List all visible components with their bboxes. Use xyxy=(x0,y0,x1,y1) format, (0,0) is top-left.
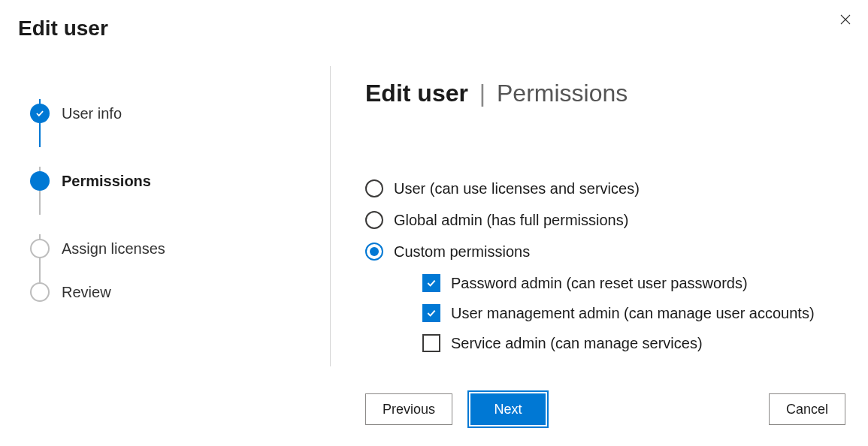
radio-icon-selected xyxy=(365,243,383,261)
radio-icon xyxy=(365,211,383,229)
heading-context: Edit user xyxy=(365,80,468,107)
checkmark-icon xyxy=(425,277,437,289)
previous-button[interactable]: Previous xyxy=(365,393,452,425)
checkbox-label: Service admin (can manage services) xyxy=(451,335,703,352)
step-label: Permissions xyxy=(62,173,151,190)
page-heading: Edit user | Permissions xyxy=(365,80,868,107)
wizard-footer: Previous Next Cancel xyxy=(365,393,845,425)
step-label: Review xyxy=(62,284,111,301)
checkbox-icon-checked xyxy=(422,304,440,322)
heading-separator: | xyxy=(479,80,485,107)
heading-page: Permissions xyxy=(497,80,628,107)
step-review[interactable]: Review xyxy=(30,282,330,302)
step-label: Assign licenses xyxy=(62,240,165,258)
close-button[interactable] xyxy=(833,8,857,32)
step-assign-licenses[interactable]: Assign licenses xyxy=(30,215,330,282)
radio-global-admin[interactable]: Global admin (has full permissions) xyxy=(365,211,868,229)
wizard-stepper: User info Permissions Assign licenses Re… xyxy=(0,66,331,366)
cancel-button[interactable]: Cancel xyxy=(769,393,845,425)
radio-label: User (can use licenses and services) xyxy=(394,180,640,197)
next-button[interactable]: Next xyxy=(470,393,546,425)
dialog-title: Edit user xyxy=(0,0,868,41)
radio-user[interactable]: User (can use licenses and services) xyxy=(365,179,868,197)
main-panel: Edit user | Permissions User (can use li… xyxy=(331,66,868,444)
step-permissions[interactable]: Permissions xyxy=(30,147,330,215)
checkbox-icon-checked xyxy=(422,274,440,292)
step-indicator-future xyxy=(30,282,50,302)
checkbox-password-admin[interactable]: Password admin (can reset user passwords… xyxy=(422,274,868,292)
radio-label: Global admin (has full permissions) xyxy=(394,212,628,229)
radio-label: Custom permissions xyxy=(394,243,530,261)
custom-role-list: Password admin (can reset user passwords… xyxy=(422,274,868,352)
step-indicator-done xyxy=(30,104,50,123)
close-icon xyxy=(839,13,852,26)
checkbox-label: Password admin (can reset user passwords… xyxy=(451,275,748,292)
checkbox-service-admin[interactable]: Service admin (can manage services) xyxy=(422,334,868,352)
checkbox-user-management-admin[interactable]: User management admin (can manage user a… xyxy=(422,304,868,322)
radio-icon xyxy=(365,179,383,197)
checkmark-icon xyxy=(425,307,437,319)
step-indicator-future xyxy=(30,239,50,258)
step-user-info[interactable]: User info xyxy=(30,80,330,147)
step-indicator-current xyxy=(30,171,50,191)
permission-options: User (can use licenses and services) Glo… xyxy=(365,179,868,352)
checkbox-icon xyxy=(422,334,440,352)
checkbox-label: User management admin (can manage user a… xyxy=(451,305,815,322)
radio-custom-permissions[interactable]: Custom permissions xyxy=(365,243,868,261)
step-label: User info xyxy=(62,105,122,122)
checkmark-icon xyxy=(35,108,45,119)
